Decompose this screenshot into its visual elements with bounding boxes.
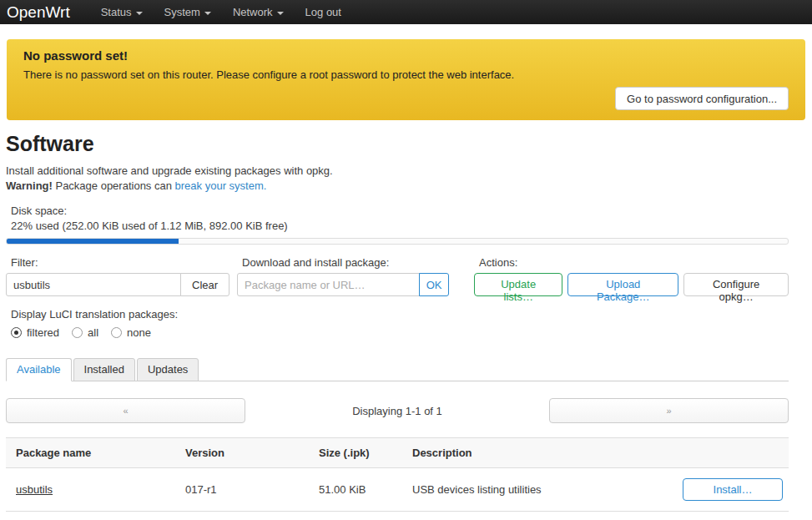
package-table: Package name Version Size (.ipk) Descrip…: [6, 437, 789, 512]
download-package-input[interactable]: [237, 273, 420, 296]
radio-option-filtered[interactable]: filtered: [11, 326, 59, 339]
warning-text: Package operations can: [53, 179, 175, 192]
filter-section: Filter: Clear: [6, 256, 229, 296]
configure-opkg-button[interactable]: Configure opkg…: [683, 273, 789, 296]
alert-title: No password set!: [23, 48, 789, 63]
column-header-version: Version: [185, 447, 319, 459]
install-button[interactable]: Install…: [683, 478, 783, 501]
package-version: 017-r1: [185, 483, 319, 496]
column-header-size: Size (.ipk): [319, 447, 412, 459]
translation-section: Display LuCI translation packages: filte…: [6, 307, 789, 339]
caret-down-icon: [277, 12, 284, 15]
download-label: Download and install package:: [237, 256, 449, 269]
page-title: Software: [6, 132, 789, 156]
radio-option-label: filtered: [27, 326, 59, 339]
brand-logo[interactable]: OpenWrt: [7, 3, 70, 22]
filter-input[interactable]: [6, 273, 181, 296]
table-row: usbutils 017-r1 51.00 KiB USB devices li…: [6, 468, 789, 512]
table-header-row: Package name Version Size (.ipk) Descrip…: [6, 437, 789, 468]
next-page-button[interactable]: »: [549, 398, 789, 423]
description-line: Install additional software and upgrade …: [6, 164, 333, 177]
translation-label: Display LuCI translation packages:: [6, 307, 789, 322]
controls-row: Filter: Clear Download and install packa…: [6, 256, 789, 296]
radio-unselected-icon: [72, 327, 83, 338]
nav-item-logout[interactable]: Log out: [295, 0, 352, 24]
package-tabs: Available Installed Updates: [6, 358, 789, 381]
disk-progress-bar: [6, 238, 789, 245]
download-ok-button[interactable]: OK: [419, 273, 449, 296]
column-header-package-name: Package name: [6, 447, 185, 459]
actions-label: Actions:: [474, 256, 789, 269]
nav-item-network[interactable]: Network: [222, 0, 295, 24]
disk-progress-fill: [7, 239, 179, 244]
upload-package-button[interactable]: Upload Package…: [567, 273, 678, 296]
top-navbar: OpenWrt Status System Network Log out: [0, 0, 812, 24]
actions-section: Actions: Update lists… Upload Package… C…: [474, 256, 789, 296]
radio-selected-icon: [11, 327, 22, 338]
pagination-top: « Displaying 1-1 of 1 »: [6, 398, 789, 423]
package-description: USB devices listing utilities: [412, 483, 672, 496]
tab-available[interactable]: Available: [6, 358, 72, 381]
radio-option-label: none: [127, 326, 151, 339]
nav-item-system[interactable]: System: [154, 0, 222, 24]
pagination-info: Displaying 1-1 of 1: [245, 405, 549, 417]
disk-space-section: Disk space: 22% used (252.00 KiB used of…: [6, 204, 789, 245]
package-name-link[interactable]: usbutils: [16, 483, 53, 496]
caret-down-icon: [204, 12, 211, 15]
disk-space-label: Disk space:: [6, 204, 789, 219]
radio-option-none[interactable]: none: [111, 326, 151, 339]
radio-option-all[interactable]: all: [72, 326, 98, 339]
prev-page-button[interactable]: «: [6, 398, 245, 423]
main-content: Software Install additional software and…: [6, 132, 789, 520]
password-alert-banner: No password set! There is no password se…: [7, 39, 805, 120]
nav-item-status[interactable]: Status: [90, 0, 154, 24]
nav-item-label: Log out: [305, 6, 341, 18]
tab-installed[interactable]: Installed: [73, 358, 135, 381]
nav-item-label: Status: [101, 6, 132, 18]
column-header-description: Description: [412, 447, 672, 459]
download-section: Download and install package: OK: [237, 256, 449, 296]
update-lists-button[interactable]: Update lists…: [474, 273, 562, 296]
caret-down-icon: [136, 12, 143, 15]
filter-label: Filter:: [6, 256, 229, 269]
disk-usage-text: 22% used (252.00 KiB used of 1.12 MiB, 8…: [6, 219, 789, 234]
radio-option-label: all: [88, 326, 98, 339]
radio-unselected-icon: [111, 327, 122, 338]
tab-updates[interactable]: Updates: [137, 358, 199, 381]
warning-label: Warning!: [6, 179, 53, 192]
break-your-system-link[interactable]: break your system.: [175, 179, 267, 192]
page-description: Install additional software and upgrade …: [6, 164, 789, 194]
package-size: 51.00 KiB: [319, 483, 412, 496]
clear-filter-button[interactable]: Clear: [180, 273, 229, 296]
nav-item-label: Network: [233, 6, 273, 18]
alert-message: There is no password set on this router.…: [23, 68, 789, 81]
nav-item-label: System: [164, 6, 200, 18]
go-to-password-config-button[interactable]: Go to password configuration...: [615, 87, 789, 110]
